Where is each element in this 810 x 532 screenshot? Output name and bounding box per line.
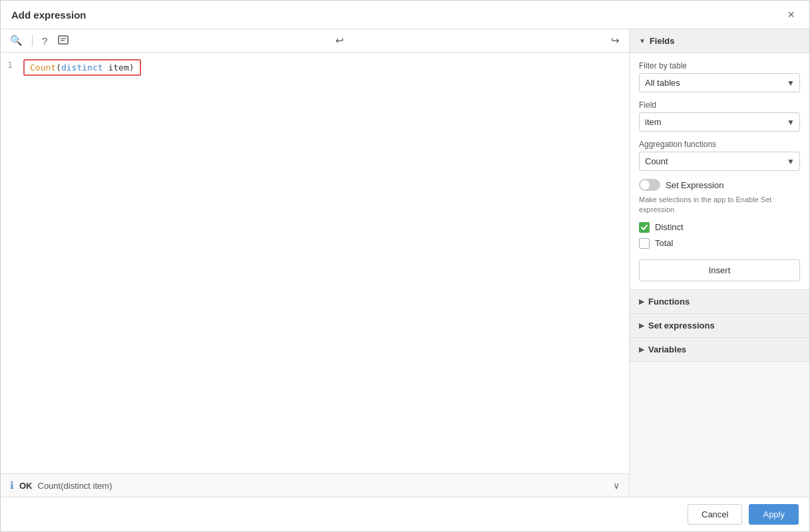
functions-arrow-icon: ▶	[639, 298, 644, 305]
set-expression-label: Set Expression	[666, 180, 723, 190]
toolbar-divider	[32, 35, 33, 47]
undo-icon[interactable]: ↩	[333, 33, 347, 48]
filter-by-table-wrapper: All tables ▼	[639, 73, 800, 92]
dialog-title: Add expression	[11, 9, 87, 21]
dialog-footer: Cancel Apply	[1, 497, 809, 531]
toggle-knob	[640, 180, 650, 190]
fields-arrow-icon: ▼	[639, 37, 646, 45]
code-line: 1 Count(distinct item)	[7, 59, 622, 76]
filter-by-table-select[interactable]: All tables	[639, 73, 800, 92]
apply-button[interactable]: Apply	[749, 504, 799, 525]
status-info-icon: ℹ	[10, 479, 14, 491]
status-ok-label: OK	[19, 481, 33, 491]
editor-toolbar: 🔍 ? ↩ ↪	[1, 29, 629, 53]
aggregation-select[interactable]: Count Sum Avg Min Max	[639, 152, 800, 171]
aggregation-label: Aggregation functions	[639, 140, 800, 149]
variables-arrow-icon: ▶	[639, 346, 644, 353]
search-icon[interactable]: 🔍	[7, 33, 25, 48]
set-expressions-section-header[interactable]: ▶ Set expressions	[630, 314, 809, 338]
snippet-icon[interactable]	[55, 34, 71, 48]
set-expression-toggle[interactable]	[639, 179, 660, 191]
total-checkbox[interactable]	[639, 238, 650, 249]
right-panel: ▼ Fields Filter by table All tables ▼ Fi…	[630, 29, 809, 497]
line-number: 1	[7, 59, 18, 70]
svg-rect-0	[59, 36, 68, 44]
fields-section-label: Fields	[650, 36, 675, 46]
insert-button[interactable]: Insert	[639, 259, 800, 281]
total-label: Total	[655, 238, 673, 248]
help-icon[interactable]: ?	[39, 34, 50, 48]
field-select-wrapper: item ▼	[639, 112, 800, 132]
field-select[interactable]: item	[639, 112, 800, 132]
redo-icon[interactable]: ↪	[608, 33, 622, 48]
editor-panel: 🔍 ? ↩ ↪ 1 Count(distinc	[1, 29, 630, 497]
aggregation-select-wrapper: Count Sum Avg Min Max ▼	[639, 152, 800, 171]
fields-section-body: Filter by table All tables ▼ Field item …	[630, 53, 809, 290]
status-chevron-icon[interactable]: ∨	[613, 480, 620, 491]
filter-by-table-label: Filter by table	[639, 61, 800, 70]
set-expression-desc: Make selections in the app to Enable Set…	[639, 195, 800, 215]
distinct-label: Distinct	[655, 222, 684, 232]
code-close-paren: )	[129, 63, 134, 72]
functions-section-label: Functions	[648, 297, 690, 307]
code-open-paren: (	[56, 63, 61, 72]
dialog-body: 🔍 ? ↩ ↪ 1 Count(distinc	[1, 29, 809, 497]
editor-status: ℹ OK Count(distinct item) ∨	[1, 473, 629, 497]
distinct-checkbox-row: Distinct	[639, 222, 800, 233]
code-distinct: distinct	[61, 63, 103, 72]
fields-section-header[interactable]: ▼ Fields	[630, 29, 809, 53]
functions-section-header[interactable]: ▶ Functions	[630, 290, 809, 314]
status-expression: Count(distinct item)	[38, 481, 112, 491]
code-item: item	[108, 63, 128, 72]
variables-section-header[interactable]: ▶ Variables	[630, 338, 809, 362]
code-space	[103, 63, 108, 72]
code-keyword: Count	[30, 63, 56, 72]
close-button[interactable]: ×	[783, 7, 799, 22]
field-label: Field	[639, 100, 800, 110]
editor-content[interactable]: 1 Count(distinct item)	[1, 53, 629, 473]
set-expressions-arrow-icon: ▶	[639, 322, 644, 329]
set-expressions-section-label: Set expressions	[648, 321, 715, 331]
total-checkbox-row: Total	[639, 238, 800, 249]
variables-section-label: Variables	[648, 344, 686, 354]
add-expression-dialog: Add expression × 🔍 ? ↩ ↪	[0, 0, 810, 532]
cancel-button[interactable]: Cancel	[688, 504, 742, 525]
dialog-header: Add expression ×	[1, 1, 809, 29]
code-expression[interactable]: Count(distinct item)	[23, 59, 141, 76]
distinct-checkbox[interactable]	[639, 222, 650, 233]
set-expression-row: Set Expression	[639, 179, 800, 191]
